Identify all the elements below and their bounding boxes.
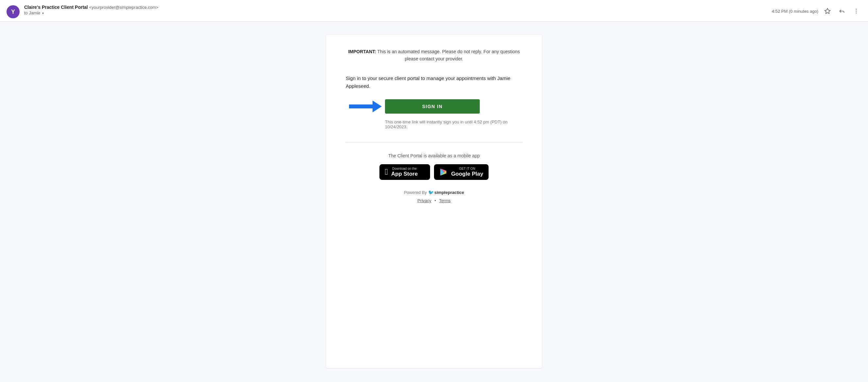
email-meta-right: 4:52 PM (0 minutes ago) — [772, 5, 862, 16]
more-options-icon — [853, 8, 860, 14]
mobile-app-section: The Client Portal is available as a mobi… — [346, 153, 522, 203]
email-to: to Jamie ▾ — [24, 10, 772, 15]
google-play-big-text: Google Play — [451, 171, 483, 177]
email-body: IMPORTANT: This is an automated message.… — [0, 22, 868, 381]
blue-arrow-icon — [349, 101, 382, 112]
svg-point-2 — [856, 11, 857, 12]
sender-email: <yourprovider@simplepractice.com> — [89, 5, 158, 10]
apple-icon:  — [385, 167, 388, 177]
powered-by: Powered By 🐦 simplepractice — [346, 190, 522, 195]
sender-name: Claire's Practice Client Portal — [24, 5, 88, 10]
google-play-icon — [439, 168, 448, 176]
svg-marker-0 — [825, 8, 830, 14]
app-store-text: Download on the App Store — [391, 167, 418, 177]
app-badges:  Download on the App Store — [346, 164, 522, 180]
app-store-badge[interactable]:  Download on the App Store — [379, 164, 430, 180]
google-play-text: GET IT ON Google Play — [451, 167, 483, 177]
email-header: Y Claire's Practice Client Portal <yourp… — [0, 0, 868, 22]
link-separator: • — [434, 198, 436, 203]
one-time-link-note: This one-time link will instantly sign y… — [385, 119, 522, 129]
app-store-small-text: Download on the — [391, 167, 418, 171]
footer-links: Privacy • Terms — [346, 198, 522, 203]
section-divider — [346, 142, 522, 143]
simplepractice-brand: simplepractice — [434, 190, 464, 195]
google-play-badge[interactable]: GET IT ON Google Play — [434, 164, 488, 180]
app-store-big-text: App Store — [391, 171, 418, 177]
privacy-link[interactable]: Privacy — [417, 198, 431, 203]
reply-icon — [839, 8, 845, 14]
important-bold: IMPORTANT: — [348, 49, 376, 54]
star-icon — [824, 8, 831, 14]
email-content-card: IMPORTANT: This is an automated message.… — [326, 35, 542, 368]
sign-in-row: SIGN IN — [346, 99, 522, 114]
star-button[interactable] — [822, 6, 833, 16]
svg-point-1 — [856, 9, 857, 10]
avatar: Y — [6, 5, 20, 18]
sp-bird-icon: 🐦 — [428, 190, 434, 195]
svg-marker-4 — [349, 101, 382, 112]
sender-info: Claire's Practice Client Portal <yourpro… — [24, 5, 772, 15]
more-options-button[interactable] — [851, 6, 862, 16]
svg-point-3 — [856, 13, 857, 14]
email-time: 4:52 PM (0 minutes ago) — [772, 9, 818, 14]
terms-link[interactable]: Terms — [439, 198, 450, 203]
sign-in-button[interactable]: SIGN IN — [385, 99, 480, 114]
mobile-app-label: The Client Portal is available as a mobi… — [346, 153, 522, 158]
to-dropdown-arrow[interactable]: ▾ — [42, 11, 44, 15]
powered-by-label: Powered By — [404, 190, 427, 195]
important-notice: IMPORTANT: This is an automated message.… — [346, 48, 522, 63]
reply-button[interactable] — [837, 6, 847, 16]
sign-in-intro: Sign in to your secure client portal to … — [346, 74, 522, 90]
arrow-container — [346, 99, 385, 114]
important-rest: This is an automated message. Please do … — [376, 49, 520, 61]
simplepractice-logo: 🐦 simplepractice — [428, 190, 464, 195]
google-play-small-text: GET IT ON — [451, 167, 483, 171]
